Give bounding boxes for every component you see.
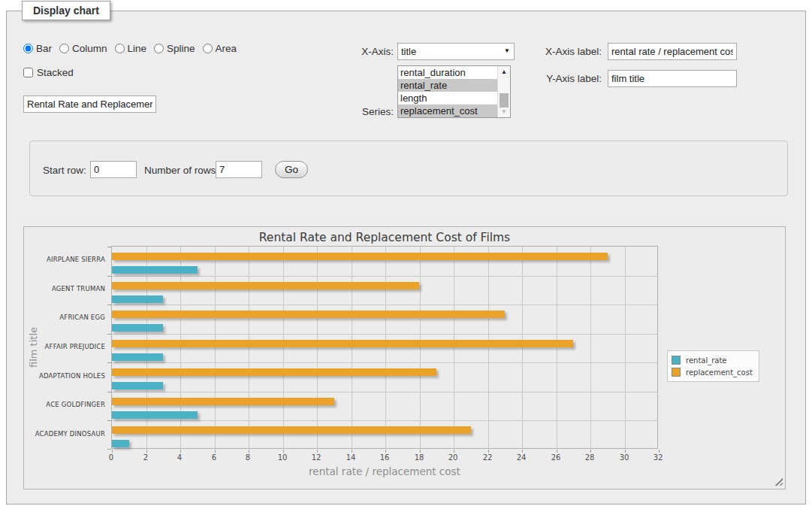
bar-rental_rate — [112, 411, 198, 419]
gridline-x — [215, 247, 216, 448]
y-tick-mark — [107, 276, 111, 277]
category-label: ACE GOLDFINGER — [24, 401, 105, 408]
gridline-x — [625, 247, 626, 448]
x-tick-mark — [522, 450, 523, 453]
gridline-x — [454, 247, 454, 448]
chart-x-axis-title: rental rate / replacement cost — [111, 465, 658, 477]
bar-replacement_cost — [112, 398, 334, 405]
fieldset-legend: Display chart — [22, 1, 110, 20]
go-button[interactable]: Go — [275, 161, 308, 178]
chart-type-spline[interactable]: Spline — [154, 43, 195, 54]
y-axis-caption-input[interactable] — [608, 70, 737, 87]
row-range-panel: Start row: Number of rows: Go — [29, 141, 788, 196]
x-tick-mark — [283, 450, 284, 453]
x-axis-select[interactable]: title — [397, 43, 515, 60]
x-tick-label: 6 — [198, 453, 231, 462]
x-axis-caption-input[interactable] — [608, 43, 737, 60]
chart-type-radio-column[interactable] — [59, 44, 69, 53]
chart-type-radio-line[interactable] — [115, 44, 125, 53]
bar-replacement_cost — [112, 282, 419, 289]
x-tick-mark — [625, 450, 626, 453]
chart-type-area[interactable]: Area — [203, 43, 237, 54]
category-label: ACADEMY DINOSAUR — [24, 430, 105, 438]
series-scrollbar[interactable]: ▲ ▼ — [497, 66, 510, 117]
series-listbox[interactable]: rental_durationrental_ratelengthreplacem… — [397, 65, 511, 118]
x-tick-mark — [352, 450, 352, 453]
display-chart-fieldset: Display chart BarColumnLineSplineArea St… — [6, 11, 806, 504]
gridline-x — [249, 247, 249, 448]
category-label: AIRPLANE SIERRA — [24, 256, 105, 263]
resize-grip-icon[interactable] — [774, 477, 783, 486]
x-tick-label: 18 — [403, 453, 436, 462]
gridline-x — [385, 247, 386, 448]
x-tick-mark — [249, 450, 249, 453]
x-tick-mark — [146, 450, 147, 453]
x-tick-label: 24 — [505, 453, 538, 462]
x-tick-label: 2 — [129, 453, 162, 462]
x-axis-select-wrap: title ▼ — [397, 43, 515, 60]
bar-replacement_cost — [112, 311, 505, 318]
chart-type-radio-area[interactable] — [203, 44, 213, 53]
x-tick-label: 14 — [334, 453, 367, 462]
legend-entry-replacement_cost: replacement_cost — [672, 366, 753, 378]
x-tick-label: 20 — [436, 453, 469, 462]
gridline-y — [112, 362, 657, 363]
y-tick-mark — [107, 420, 111, 421]
x-tick-mark — [557, 450, 557, 453]
y-tick-mark — [107, 304, 111, 305]
x-tick-mark — [590, 450, 591, 453]
chart-type-radio-label: Line — [128, 43, 147, 54]
series-option-replacement_cost[interactable]: replacement_cost — [398, 105, 497, 117]
category-label: AFFAIR PREJUDICE — [24, 343, 105, 350]
chart-type-radio-bar[interactable] — [23, 44, 33, 53]
series-option-rental_duration[interactable]: rental_duration — [398, 66, 497, 79]
chart-title-input[interactable] — [23, 95, 156, 113]
bar-rental_rate — [112, 382, 163, 389]
x-tick-mark — [420, 450, 421, 453]
gridline-x — [590, 247, 591, 448]
num-rows-label: Number of rows: — [144, 165, 219, 176]
series-label: Series: — [337, 106, 394, 117]
x-tick-label: 0 — [95, 453, 128, 462]
y-axis-caption-label: Y-Axis label: — [533, 73, 602, 84]
chart-type-radios: BarColumnLineSplineArea — [23, 43, 244, 54]
chart-legend: rental_ratereplacement_cost — [667, 350, 759, 382]
x-tick-mark — [454, 450, 454, 453]
gridline-x — [557, 247, 557, 448]
legend-label: replacement_cost — [686, 368, 753, 377]
x-tick-label: 30 — [608, 453, 641, 462]
bar-rental_rate — [112, 295, 163, 303]
start-row-input[interactable] — [90, 161, 137, 178]
x-tick-label: 8 — [231, 453, 264, 462]
chart-type-line[interactable]: Line — [115, 43, 147, 54]
chart-type-bar[interactable]: Bar — [23, 43, 52, 54]
chart-type-radio-label: Area — [216, 43, 237, 54]
gridline-x — [283, 247, 284, 448]
series-option-length[interactable]: length — [398, 92, 497, 105]
bar-rental_rate — [112, 266, 198, 274]
plot-area — [111, 246, 658, 449]
scroll-down-icon[interactable]: ▼ — [498, 107, 510, 117]
chart-type-radio-label: Bar — [36, 43, 52, 54]
scroll-thumb[interactable] — [500, 93, 509, 108]
y-tick-mark — [107, 334, 111, 335]
scroll-up-icon[interactable]: ▲ — [498, 67, 510, 77]
num-rows-input[interactable] — [216, 161, 262, 178]
y-tick-mark — [107, 392, 111, 392]
bar-rental_rate — [112, 440, 129, 447]
chart-type-radio-spline[interactable] — [154, 44, 164, 53]
x-tick-mark — [112, 450, 113, 453]
chart-container: Rental Rate and Replacement Cost of Film… — [23, 226, 786, 489]
x-tick-label: 28 — [573, 453, 606, 462]
x-tick-mark — [385, 450, 386, 453]
y-tick-mark — [107, 247, 111, 247]
chart-type-column[interactable]: Column — [59, 43, 107, 54]
series-option-rental_rate[interactable]: rental_rate — [398, 79, 497, 92]
legend-swatch-rental_rate — [672, 356, 681, 365]
chart-category-labels: AIRPLANE SIERRAAGENT TRUMANAFRICAN EGGAF… — [24, 246, 105, 449]
stacked-checkbox[interactable] — [23, 68, 33, 77]
x-tick-label: 22 — [471, 453, 504, 462]
x-tick-label: 16 — [368, 453, 401, 462]
gridline-x — [352, 247, 352, 448]
gridline-x — [488, 247, 489, 448]
